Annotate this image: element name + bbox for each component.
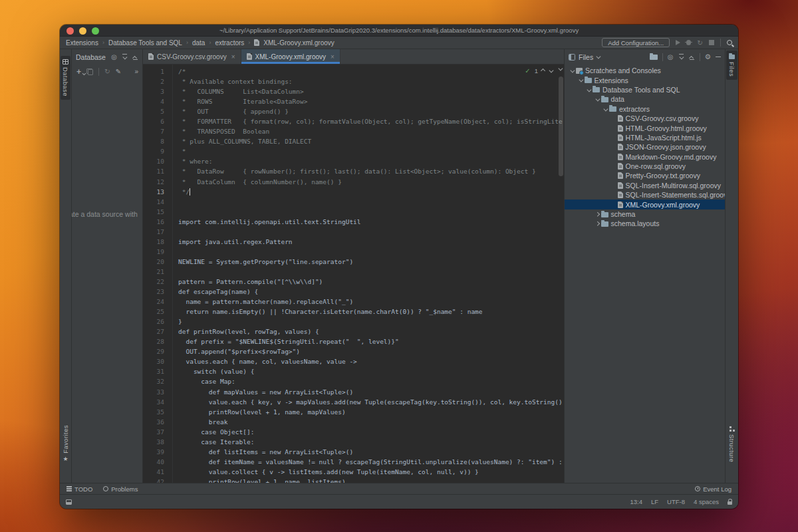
tree-item[interactable]: Pretty-Groovy.txt.groovy: [565, 171, 725, 180]
select-opened-file-icon[interactable]: [650, 55, 658, 60]
zoom-window-button[interactable]: [92, 27, 99, 35]
code-line[interactable]: 1/*: [143, 66, 564, 76]
code-line[interactable]: 29 OUT.append("$prefix<$rowTag>"): [143, 346, 564, 356]
locate-icon[interactable]: ◎: [111, 54, 117, 61]
debug-icon[interactable]: [686, 40, 691, 45]
scrollbar-thumb[interactable]: [559, 76, 563, 176]
locate-icon[interactable]: ◎: [668, 54, 674, 61]
code-line[interactable]: 24 name = pattern.matcher(name).replaceA…: [143, 297, 564, 307]
minimize-window-button[interactable]: [79, 27, 86, 35]
search-everywhere-icon[interactable]: [727, 40, 732, 45]
sidebar-tab-files[interactable]: Files: [726, 51, 737, 80]
code-line[interactable]: 34 value.each { key, v -> mapValues.add(…: [143, 397, 564, 407]
close-window-button[interactable]: [66, 27, 74, 35]
code-line[interactable]: 9 *: [143, 146, 564, 156]
run-icon[interactable]: [676, 40, 680, 45]
code-line[interactable]: 20NEWLINE = System.getProperty("line.sep…: [143, 257, 564, 267]
code-line[interactable]: 10 * where:: [143, 156, 564, 166]
file-encoding[interactable]: UTF-8: [667, 498, 685, 505]
code-line[interactable]: 25 return name.isEmpty() || !Character.i…: [143, 307, 564, 317]
line-ending[interactable]: LF: [651, 498, 658, 505]
caret-position[interactable]: 13:4: [630, 498, 642, 505]
code-line[interactable]: 22pattern = Pattern.compile("[^\\w\\d]"): [143, 277, 564, 287]
tree-item[interactable]: JSON-Groovy.json.groovy: [565, 142, 725, 152]
code-line[interactable]: 5 * OUT { append() }: [143, 106, 564, 116]
todo-tab[interactable]: TODO: [66, 485, 92, 493]
code-line[interactable]: 30 values.each { name, col, valuesName, …: [143, 356, 564, 366]
chevron-right-icon[interactable]: [594, 222, 601, 225]
code-line[interactable]: 31 switch (value) {: [143, 366, 564, 376]
tree-item[interactable]: extractors: [565, 104, 725, 114]
editor-tab[interactable]: CSV-Groovy.csv.groovy×: [143, 49, 241, 64]
tree-item[interactable]: One-row.sql.groovy: [565, 162, 725, 171]
code-line[interactable]: 37 case Object[]:: [143, 427, 564, 437]
code-line[interactable]: 13 */: [143, 187, 564, 197]
tree-item[interactable]: HTML-JavaScript.html.js: [565, 133, 725, 142]
breadcrumb-item[interactable]: XML-Groovy.xml.groovy: [263, 39, 334, 47]
code-line[interactable]: 3 * COLUMNS List<DataColumn>: [143, 86, 564, 96]
code-line[interactable]: 38 case Iterable:: [143, 437, 564, 447]
tree-item[interactable]: Markdown-Groovy.md.groovy: [565, 152, 725, 162]
code-line[interactable]: 23def escapeTag(name) {: [143, 287, 564, 297]
code-line[interactable]: 7 * TRANSPOSED Boolean: [143, 126, 564, 136]
code-line[interactable]: 14: [143, 197, 564, 207]
close-tab-icon[interactable]: ×: [231, 53, 235, 61]
editor-scrollbar[interactable]: [559, 76, 563, 480]
code-line[interactable]: 36 break: [143, 417, 564, 427]
code-line[interactable]: 11 * DataRow { rowNumber(); first(); las…: [143, 166, 564, 176]
add-data-source-icon[interactable]: +: [76, 68, 81, 76]
code-line[interactable]: 35 printRow(level + 1, name, mapValues): [143, 407, 564, 417]
hide-panel-icon[interactable]: [716, 57, 721, 58]
gear-icon[interactable]: ⚙: [705, 53, 711, 61]
code-line[interactable]: 4 * ROWS Iterable<DataRow>: [143, 96, 564, 106]
code-line[interactable]: 17: [143, 227, 564, 237]
expand-all-icon[interactable]: [122, 54, 128, 60]
breadcrumb-item[interactable]: Extensions: [66, 39, 98, 47]
collapse-all-icon[interactable]: [132, 54, 138, 60]
tree-item[interactable]: XML-Groovy.xml.groovy: [565, 200, 725, 209]
tree-item[interactable]: data: [565, 94, 725, 104]
code-line[interactable]: 33 def mapValues = new ArrayList<Tuple>(…: [143, 387, 564, 397]
code-line[interactable]: 18import java.util.regex.Pattern: [143, 237, 564, 247]
code-line[interactable]: 27def printRow(level, rowTag, values) {: [143, 327, 564, 336]
code-editor[interactable]: ✓1 1/*2 * Available context bindings:3 *…: [143, 65, 564, 483]
event-log-tab[interactable]: Event Log: [695, 485, 732, 493]
data-source-properties-icon[interactable]: ✎: [116, 68, 121, 75]
chevron-down-icon[interactable]: [602, 108, 609, 111]
duplicate-icon[interactable]: [86, 68, 93, 75]
breadcrumb-item[interactable]: data: [192, 39, 205, 47]
refresh-icon[interactable]: ↻: [104, 68, 110, 75]
rerun-icon[interactable]: ↻: [697, 39, 703, 47]
code-line[interactable]: 15: [143, 207, 564, 217]
expand-all-icon[interactable]: [678, 54, 684, 60]
code-line[interactable]: 32 case Map:: [143, 376, 564, 386]
code-line[interactable]: 6 * FORMATTER { format(row, col); format…: [143, 116, 564, 126]
code-line[interactable]: 19: [143, 247, 564, 257]
sidebar-tab-database[interactable]: Database: [61, 56, 70, 100]
more-actions-icon[interactable]: »: [134, 68, 138, 75]
chevron-down-icon[interactable]: [585, 88, 593, 92]
sidebar-tab-favorites[interactable]: ★ Favorites: [61, 422, 70, 466]
database-panel-body[interactable]: ate a data source with: [72, 78, 142, 483]
title-bar[interactable]: ~/Library/Application Support/JetBrains/…: [60, 25, 738, 37]
tree-item[interactable]: SQL-Insert-Multirow.sql.groovy: [565, 181, 725, 190]
chevron-down-icon[interactable]: [577, 78, 585, 82]
tree-item[interactable]: Extensions: [565, 75, 725, 84]
problems-tab[interactable]: Problems: [103, 485, 138, 493]
tree-item[interactable]: CSV-Groovy.csv.groovy: [565, 114, 725, 123]
tool-window-switcher-icon[interactable]: [66, 499, 72, 505]
code-line[interactable]: 16import com.intellij.openapi.util.text.…: [143, 217, 564, 227]
code-line[interactable]: 28 def prefix = "$NEWLINE${StringUtil.re…: [143, 336, 564, 346]
inspections-widget[interactable]: ✓1: [525, 66, 552, 76]
collapse-all-icon[interactable]: [689, 54, 695, 60]
chevron-down-icon[interactable]: [569, 69, 576, 72]
tree-item[interactable]: Scratches and Consoles: [565, 66, 725, 75]
editor-tab[interactable]: XML-Groovy.xml.groovy×: [241, 49, 340, 64]
tree-item[interactable]: Database Tools and SQL: [565, 85, 725, 94]
tree-item[interactable]: HTML-Groovy.html.groovy: [565, 123, 725, 132]
code-line[interactable]: 8 * plus ALL_COLUMNS, TABLE, DIALECT: [143, 136, 564, 146]
add-configuration-button[interactable]: Add Configuration...: [602, 38, 670, 47]
stop-icon[interactable]: [709, 40, 714, 45]
tree-item[interactable]: SQL-Insert-Statements.sql.groovy: [565, 190, 725, 200]
previous-problem-icon[interactable]: [541, 69, 545, 73]
